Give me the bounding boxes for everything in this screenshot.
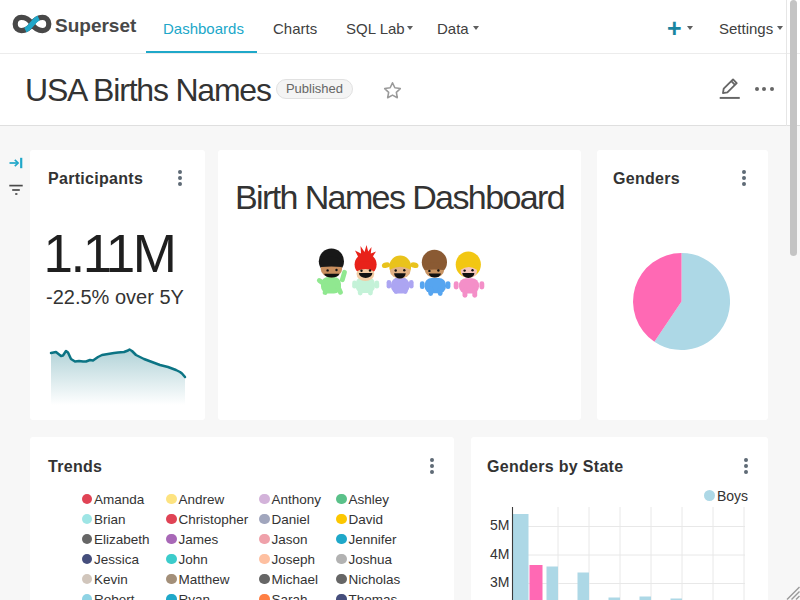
svg-text:5M: 5M [490, 517, 509, 533]
svg-text:4M: 4M [490, 546, 509, 562]
svg-text:3M: 3M [490, 574, 509, 590]
